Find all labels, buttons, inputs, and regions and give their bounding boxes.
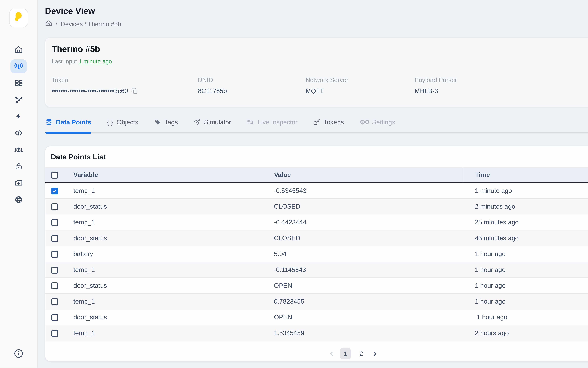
breadcrumb-separator: / bbox=[56, 20, 57, 28]
broadcast-antenna-icon bbox=[14, 62, 23, 71]
lightning-bolt-icon bbox=[15, 112, 22, 120]
braces-icon: { } bbox=[107, 119, 113, 126]
app-logo[interactable] bbox=[9, 9, 28, 28]
sidebar-item-network[interactable] bbox=[10, 193, 27, 206]
sidebar-item-devices[interactable] bbox=[10, 59, 27, 73]
row-checkbox[interactable] bbox=[51, 267, 58, 274]
table-row[interactable]: battery 5.04 1 hour ago bbox=[45, 246, 588, 262]
page-button-2[interactable]: 2 bbox=[356, 348, 367, 359]
last-input-link[interactable]: 1 minute ago bbox=[79, 58, 112, 64]
database-icon bbox=[45, 119, 53, 126]
tab-simulator[interactable]: Simulator bbox=[194, 117, 231, 132]
column-header-time[interactable]: Time bbox=[463, 167, 588, 183]
sidebar bbox=[0, 0, 38, 368]
main-content: Device View / Devices / Thermo #5b SS Th… bbox=[38, 0, 588, 368]
tab-objects[interactable]: { } Objects bbox=[107, 117, 138, 132]
tab-live-inspector[interactable]: Live Inspector bbox=[247, 117, 298, 132]
table-row[interactable]: temp_1 -0.1145543 1 hour ago bbox=[45, 262, 588, 278]
app-root: Device View / Devices / Thermo #5b SS Th… bbox=[0, 0, 588, 368]
code-icon bbox=[14, 129, 23, 137]
previous-page-icon[interactable] bbox=[329, 350, 335, 357]
data-points-table: Variable Value Time temp_1 -0.5345543 1 … bbox=[45, 167, 588, 341]
sidebar-info-button[interactable] bbox=[14, 348, 24, 360]
pagination: 1 2 bbox=[329, 348, 378, 359]
row-checkbox[interactable] bbox=[51, 330, 58, 337]
table-header-row: Variable Value Time bbox=[45, 167, 588, 183]
breadcrumb: / Devices / Thermo #5b bbox=[45, 20, 121, 28]
list-search-icon bbox=[247, 119, 254, 126]
key-icon bbox=[313, 119, 320, 126]
row-checkbox[interactable] bbox=[51, 203, 58, 210]
tab-tokens[interactable]: Tokens bbox=[313, 117, 344, 132]
select-all-checkbox[interactable] bbox=[51, 172, 58, 179]
column-header-value[interactable]: Value bbox=[262, 167, 463, 183]
sidebar-nav bbox=[10, 43, 27, 207]
network-server-label: Network Server bbox=[306, 76, 415, 83]
sidebar-item-integrations[interactable] bbox=[10, 93, 27, 106]
dashboard-grid-icon bbox=[14, 79, 23, 87]
token-value: •••••••-•••••••-••••-•••••••3c60 bbox=[52, 87, 128, 95]
tab-data-points[interactable]: Data Points bbox=[45, 117, 91, 132]
sidebar-item-users[interactable] bbox=[10, 143, 27, 156]
payload-parser-label: Payload Parser bbox=[415, 76, 534, 83]
row-checkbox[interactable] bbox=[51, 235, 58, 242]
row-checkbox[interactable] bbox=[51, 251, 58, 258]
users-icon bbox=[14, 145, 23, 154]
table-row[interactable]: door_status OPEN 1 hour ago bbox=[45, 309, 588, 325]
table-row[interactable]: door_status CLOSED 45 minutes ago bbox=[45, 230, 588, 246]
sidebar-item-home[interactable] bbox=[10, 43, 27, 56]
table-row[interactable]: temp_1 1.5345459 2 hours ago bbox=[45, 325, 588, 341]
row-checkbox[interactable] bbox=[51, 188, 58, 194]
next-page-icon[interactable] bbox=[372, 350, 378, 357]
row-checkbox[interactable] bbox=[51, 219, 58, 226]
table-row[interactable]: door_status CLOSED 2 minutes ago bbox=[45, 198, 588, 214]
table-row[interactable]: door_status OPEN 1 hour ago bbox=[45, 278, 588, 294]
topbar: Device View / Devices / Thermo #5b SS bbox=[45, 6, 588, 28]
sidebar-item-dashboards[interactable] bbox=[10, 76, 27, 90]
device-name: Thermo #5b bbox=[52, 44, 112, 54]
table-footer: 1 2 Total: ~10k items bbox=[45, 341, 588, 361]
table-row[interactable]: temp_1 -0.4423444 25 minutes ago bbox=[45, 214, 588, 230]
last-input-label: Last Input bbox=[52, 58, 77, 64]
lock-icon bbox=[15, 162, 23, 170]
page-title: Device View bbox=[45, 6, 121, 16]
copy-icon[interactable] bbox=[131, 87, 138, 95]
tag-icon bbox=[154, 119, 161, 126]
globe-icon bbox=[14, 195, 23, 204]
network-server-value: MQTT bbox=[306, 87, 415, 95]
device-tabs: Data Points { } Objects Tags Simulator L… bbox=[45, 117, 588, 133]
card-title: Data Points List bbox=[51, 153, 106, 161]
dnid-label: DNID bbox=[198, 76, 306, 83]
sidebar-item-code[interactable] bbox=[10, 126, 27, 140]
breadcrumb-path[interactable]: Devices / Thermo #5b bbox=[61, 20, 121, 28]
logo-blob-icon bbox=[12, 11, 25, 25]
row-checkbox[interactable] bbox=[51, 283, 58, 289]
device-summary-card: Thermo #5b Last Input 1 minute ago Edit … bbox=[45, 37, 588, 107]
info-icon bbox=[14, 352, 24, 360]
row-checkbox[interactable] bbox=[51, 314, 58, 321]
network-hub-icon bbox=[14, 95, 23, 104]
tab-tags[interactable]: Tags bbox=[154, 117, 178, 132]
folder-upload-icon bbox=[14, 179, 23, 187]
payload-parser-value: MHLB-3 bbox=[415, 87, 534, 95]
table-row[interactable]: temp_1 0.7823455 1 hour ago bbox=[45, 294, 588, 309]
sidebar-item-analysis[interactable] bbox=[10, 110, 27, 123]
data-points-card: Data Points List Variable Value Time bbox=[45, 146, 588, 361]
row-checkbox[interactable] bbox=[51, 298, 58, 305]
dnid-value: 8C11785b bbox=[198, 87, 306, 95]
table-row[interactable]: temp_1 -0.5345543 1 minute ago bbox=[45, 183, 588, 199]
token-label: Token bbox=[52, 76, 198, 83]
column-header-variable[interactable]: Variable bbox=[69, 167, 262, 183]
home-icon bbox=[14, 45, 23, 54]
gears-icon: ⚙⚙ bbox=[360, 118, 369, 126]
page-button-1[interactable]: 1 bbox=[340, 348, 351, 359]
tab-settings[interactable]: ⚙⚙ Settings bbox=[360, 117, 395, 132]
send-icon bbox=[194, 119, 200, 126]
breadcrumb-home-icon[interactable] bbox=[45, 20, 52, 28]
sidebar-item-files[interactable] bbox=[10, 176, 27, 190]
sidebar-item-security[interactable] bbox=[10, 159, 27, 173]
